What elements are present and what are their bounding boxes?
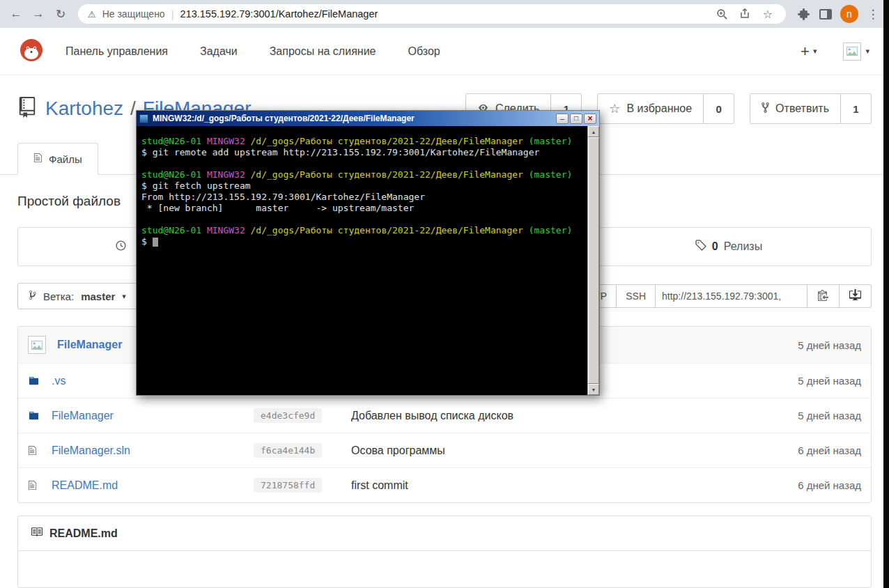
copy-clone-url-button[interactable]	[807, 284, 840, 308]
committer-avatar	[28, 336, 46, 354]
table-row: FileManager e4de3cfe9d Добавлен вывод сп…	[18, 398, 871, 433]
nav-item-dashboard[interactable]: Панель управления	[65, 45, 168, 58]
gogs-logo[interactable]	[20, 38, 43, 65]
file-name-link[interactable]: FileManager	[52, 410, 254, 422]
chevron-down-icon: ▾	[865, 47, 869, 56]
user-menu[interactable]: ▾	[843, 42, 869, 61]
terminal-line: * [new branch] master -> upstream/master	[141, 203, 582, 214]
clone-url-input[interactable]	[656, 284, 807, 308]
back-button[interactable]: ←	[6, 3, 26, 24]
create-new-button[interactable]: + ▾	[801, 42, 817, 61]
terminal-titlebar[interactable]: MINGW32:/d/_gogs/Работы студентов/2021-2…	[137, 111, 599, 126]
history-icon	[115, 240, 127, 254]
repo-owner-link[interactable]: Kartohez	[45, 98, 123, 120]
main-nav: Панель управления Задачи Запросы на слия…	[65, 45, 440, 58]
commit-sha-link[interactable]: f6ca4e144b	[254, 443, 322, 458]
terminal-scrollbar[interactable]: ▲ ▼	[587, 126, 599, 395]
commit-message: first commit	[351, 479, 743, 492]
terminal-line: stud@N26-01 MINGW32 /d/_gogs/Работы студ…	[141, 136, 582, 147]
branch-icon	[29, 290, 36, 302]
browser-menu-icon[interactable]: ⋮	[863, 3, 883, 24]
nav-item-issues[interactable]: Задачи	[200, 45, 238, 58]
commit-sha-link[interactable]: e4de3cfe9d	[254, 408, 322, 423]
nav-item-pull-requests[interactable]: Запросы на слияние	[270, 45, 376, 58]
table-row: README.md 7218758ffd first commit 6 дней…	[18, 467, 871, 502]
tab-files-label: Файлы	[49, 153, 82, 165]
gogs-navbar: Панель управления Задачи Запросы на слия…	[0, 28, 889, 75]
star-button[interactable]: ☆ В избранное	[597, 93, 704, 124]
terminal-lines: stud@N26-01 MINGW32 /d/_gogs/Работы студ…	[141, 136, 582, 247]
file-age: 6 дней назад	[743, 444, 861, 456]
file-icon	[33, 153, 42, 165]
terminal-line	[141, 158, 582, 169]
star-group: ☆ В избранное 0	[597, 93, 734, 124]
side-panel-icon[interactable]	[815, 3, 836, 24]
terminal-line: stud@N26-01 MINGW32 /d/_gogs/Работы студ…	[141, 225, 582, 236]
releases-stat[interactable]: 0 Релизы	[587, 240, 871, 254]
folder-icon	[28, 410, 52, 421]
forward-button[interactable]: →	[28, 3, 49, 24]
zoom-icon[interactable]	[713, 8, 730, 20]
browser-profile-avatar[interactable]: n	[840, 5, 858, 23]
star-count[interactable]: 0	[704, 93, 734, 124]
terminal-line: From http://213.155.192.79:3001/Kartohez…	[141, 192, 582, 203]
folder-icon	[28, 376, 52, 386]
commit-message: Осова программы	[351, 444, 743, 457]
not-secure-warning-icon[interactable]: ⚠	[88, 9, 96, 20]
fork-count[interactable]: 1	[841, 93, 872, 124]
maximize-button[interactable]: □	[570, 114, 582, 124]
file-icon	[28, 445, 52, 456]
mingw-app-icon	[139, 114, 148, 123]
ssh-protocol-button[interactable]: SSH	[617, 284, 656, 308]
file-age: 5 дней назад	[743, 410, 861, 421]
breadcrumb-separator: /	[130, 98, 136, 120]
page-scrollbar[interactable]	[883, 0, 889, 588]
terminal-line: $	[141, 236, 582, 247]
nav-item-explore[interactable]: Обзор	[408, 45, 440, 58]
scroll-down-icon[interactable]: ▼	[588, 384, 599, 395]
file-name-link[interactable]: README.md	[52, 479, 254, 492]
fork-label: Ответвить	[775, 102, 829, 115]
commit-message: Добавлен вывод списка дисков	[351, 410, 743, 422]
repo-book-icon	[17, 97, 37, 121]
releases-count: 0	[712, 240, 718, 253]
readme-title: README.md	[49, 527, 118, 540]
refresh-button[interactable]: ↻	[50, 3, 71, 24]
chevron-down-icon: ▾	[813, 47, 817, 56]
clipboard-icon	[818, 289, 828, 304]
close-button[interactable]: ×	[584, 114, 596, 124]
address-separator: |	[171, 8, 174, 20]
minimize-button[interactable]: _	[556, 114, 569, 124]
terminal-window[interactable]: MINGW32:/d/_gogs/Работы студентов/2021-2…	[136, 110, 600, 396]
star-icon: ☆	[609, 101, 620, 116]
download-button[interactable]	[840, 284, 872, 308]
scrollbar-thumb[interactable]	[588, 137, 599, 384]
releases-label: Релизы	[724, 240, 762, 253]
url-text[interactable]: 213.155.192.79:3001/Kartohez/FileManager	[180, 8, 378, 20]
fork-group: Ответвить 1	[750, 93, 872, 124]
terminal-cursor	[153, 238, 158, 247]
commit-sha-link[interactable]: 7218758ffd	[254, 478, 322, 493]
branch-selector[interactable]: Ветка: master ▾	[17, 283, 138, 309]
file-age: 5 дней назад	[743, 375, 861, 387]
fork-icon	[762, 102, 769, 116]
branch-name: master	[81, 291, 115, 302]
chevron-down-icon: ▾	[122, 292, 126, 301]
security-label: Не защищено	[102, 8, 165, 20]
extensions-puzzle-icon[interactable]	[793, 3, 814, 24]
terminal-line: stud@N26-01 MINGW32 /d/_gogs/Работы студ…	[141, 169, 582, 180]
scroll-up-icon[interactable]: ▲	[588, 126, 599, 137]
terminal-body: stud@N26-01 MINGW32 /d/_gogs/Работы студ…	[137, 126, 599, 395]
readme-header: README.md	[18, 516, 871, 551]
address-bar[interactable]: ⚠ Не защищено | 213.155.192.79:3001/Kart…	[78, 4, 786, 24]
readme-panel: README.md	[17, 516, 872, 588]
clone-url-group: HTTP SSH	[572, 284, 872, 308]
plus-icon: +	[801, 42, 810, 61]
fork-button[interactable]: Ответвить	[750, 93, 841, 124]
bookmark-star-icon[interactable]: ☆	[759, 8, 776, 21]
tab-files[interactable]: Файлы	[17, 143, 98, 175]
tag-icon	[695, 240, 706, 254]
share-icon[interactable]	[736, 8, 753, 20]
book-icon	[31, 526, 42, 541]
file-name-link[interactable]: FileManager.sln	[52, 444, 254, 457]
